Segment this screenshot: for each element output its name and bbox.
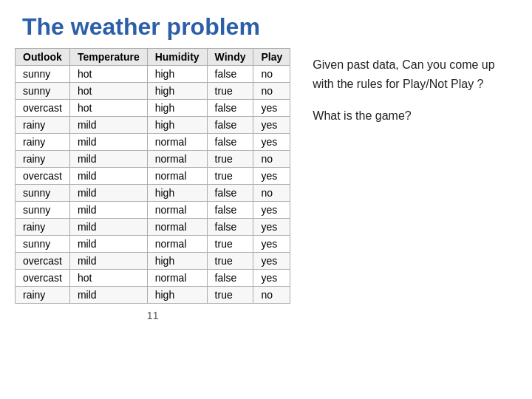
table-row: sunnyhothighfalseno — [16, 66, 290, 83]
table-row: sunnymildhighfalseno — [16, 185, 290, 202]
table-cell: rainy — [16, 134, 70, 151]
table-cell: mild — [69, 151, 147, 168]
table-cell: sunny — [16, 185, 70, 202]
table-cell: yes — [253, 168, 290, 185]
table-cell: mild — [69, 168, 147, 185]
table-cell: mild — [69, 202, 147, 219]
table-header-row: OutlookTemperatureHumidityWindyPlay — [16, 49, 290, 66]
table-cell: overcast — [16, 270, 70, 287]
table-row: rainymildnormaltrueno — [16, 151, 290, 168]
table-cell: yes — [253, 117, 290, 134]
table-cell: mild — [69, 253, 147, 270]
table-cell: false — [207, 134, 253, 151]
table-cell: mild — [69, 219, 147, 236]
table-cell: true — [207, 236, 253, 253]
table-cell: high — [147, 287, 207, 304]
table-cell: true — [207, 168, 253, 185]
table-cell: high — [147, 66, 207, 83]
table-col-header: Outlook — [16, 49, 70, 66]
table-cell: rainy — [16, 287, 70, 304]
table-cell: true — [207, 253, 253, 270]
table-cell: rainy — [16, 219, 70, 236]
table-cell: mild — [69, 117, 147, 134]
table-col-header: Windy — [207, 49, 253, 66]
table-cell: hot — [69, 66, 147, 83]
table-cell: false — [207, 202, 253, 219]
table-col-header: Humidity — [147, 49, 207, 66]
page-title: The weather problem — [0, 0, 532, 48]
table-row: rainymildnormalfalseyes — [16, 134, 290, 151]
table-row: sunnyhothightrueno — [16, 83, 290, 100]
table-cell: overcast — [16, 168, 70, 185]
table-cell: normal — [147, 219, 207, 236]
table-cell: hot — [69, 83, 147, 100]
table-row: overcasthotnormalfalseyes — [16, 270, 290, 287]
table-cell: yes — [253, 100, 290, 117]
table-cell: overcast — [16, 253, 70, 270]
table-cell: no — [253, 185, 290, 202]
table-cell: high — [147, 253, 207, 270]
weather-table-section: OutlookTemperatureHumidityWindyPlay sunn… — [15, 48, 290, 321]
table-cell: normal — [147, 134, 207, 151]
table-cell: no — [253, 66, 290, 83]
table-cell: false — [207, 219, 253, 236]
table-cell: false — [207, 270, 253, 287]
table-cell: normal — [147, 168, 207, 185]
table-cell: high — [147, 100, 207, 117]
table-cell: yes — [253, 202, 290, 219]
table-cell: high — [147, 83, 207, 100]
weather-table: OutlookTemperatureHumidityWindyPlay sunn… — [15, 48, 290, 304]
table-row: rainymildhightrueno — [16, 287, 290, 304]
table-cell: high — [147, 117, 207, 134]
sidebar-paragraph-1: Given past data, Can you come up with th… — [313, 55, 495, 93]
table-col-header: Temperature — [69, 49, 147, 66]
content-area: OutlookTemperatureHumidityWindyPlay sunn… — [0, 48, 532, 321]
table-row: rainymildhighfalseyes — [16, 117, 290, 134]
table-cell: false — [207, 100, 253, 117]
table-row: rainymildnormalfalseyes — [16, 219, 290, 236]
table-cell: high — [147, 185, 207, 202]
table-row: sunnymildnormaltrueyes — [16, 236, 290, 253]
table-cell: rainy — [16, 151, 70, 168]
table-cell: sunny — [16, 236, 70, 253]
table-cell: true — [207, 151, 253, 168]
table-row: overcastmildhightrueyes — [16, 253, 290, 270]
table-cell: true — [207, 83, 253, 100]
table-col-header: Play — [253, 49, 290, 66]
table-cell: yes — [253, 236, 290, 253]
sidebar-text: Given past data, Can you come up with th… — [290, 48, 517, 321]
table-cell: normal — [147, 270, 207, 287]
page-number: 11 — [15, 304, 290, 321]
table-cell: sunny — [16, 83, 70, 100]
table-cell: true — [207, 287, 253, 304]
table-cell: false — [207, 185, 253, 202]
table-cell: no — [253, 287, 290, 304]
table-row: sunnymildnormalfalseyes — [16, 202, 290, 219]
table-cell: no — [253, 151, 290, 168]
table-cell: mild — [69, 236, 147, 253]
table-cell: sunny — [16, 66, 70, 83]
table-cell: hot — [69, 270, 147, 287]
table-cell: normal — [147, 151, 207, 168]
table-cell: yes — [253, 270, 290, 287]
table-cell: yes — [253, 219, 290, 236]
table-cell: mild — [69, 134, 147, 151]
table-cell: yes — [253, 134, 290, 151]
table-cell: mild — [69, 185, 147, 202]
table-cell: hot — [69, 100, 147, 117]
table-row: overcastmildnormaltrueyes — [16, 168, 290, 185]
table-cell: overcast — [16, 100, 70, 117]
table-cell: yes — [253, 253, 290, 270]
table-row: overcasthothighfalseyes — [16, 100, 290, 117]
table-cell: sunny — [16, 202, 70, 219]
sidebar-paragraph-2: What is the game? — [313, 106, 495, 126]
table-cell: normal — [147, 236, 207, 253]
table-cell: mild — [69, 287, 147, 304]
table-cell: rainy — [16, 117, 70, 134]
table-cell: normal — [147, 202, 207, 219]
table-cell: false — [207, 66, 253, 83]
table-cell: false — [207, 117, 253, 134]
table-cell: no — [253, 83, 290, 100]
